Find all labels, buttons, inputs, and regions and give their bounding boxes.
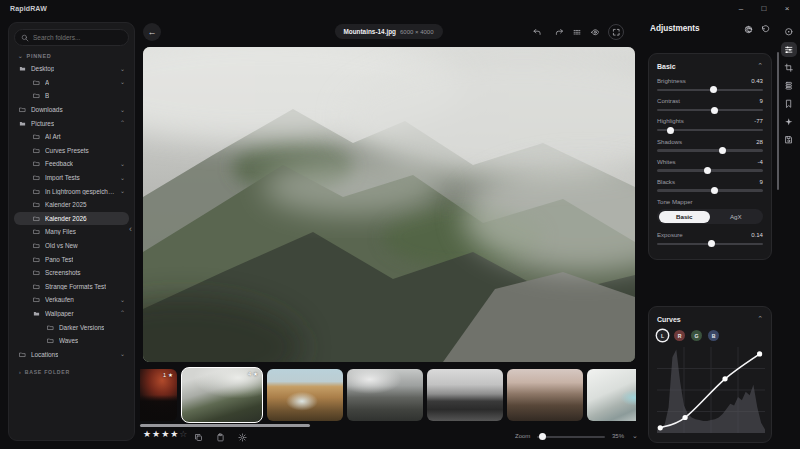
chevron-down-icon[interactable]: ⌄ — [120, 188, 125, 194]
filmstrip-scrollbar[interactable] — [140, 424, 310, 427]
sidebar-folder-pictures[interactable]: Pictures⌃ — [14, 116, 129, 130]
curve-editor[interactable] — [657, 347, 765, 433]
sidebar-folder-desktop[interactable]: Desktop⌄ — [14, 62, 129, 76]
star-4-icon[interactable]: ★ — [170, 430, 178, 439]
chevron-down-icon[interactable]: ⌄ — [120, 175, 125, 181]
sidebar-folder-darker-versions[interactable]: Darker Versions — [14, 320, 129, 334]
tone-mapper-option-agx[interactable]: AgX — [710, 211, 762, 223]
redo-icon[interactable] — [551, 24, 567, 40]
slider-track[interactable] — [657, 109, 763, 112]
sidebar-folder-kalender-2026[interactable]: Kalender 2026 — [14, 212, 129, 226]
sidebar-folder-strange-formats-test[interactable]: Strange Formats Test — [14, 280, 129, 294]
sidebar-folder-screenshots[interactable]: Screenshots — [14, 266, 129, 280]
presets-icon[interactable] — [781, 78, 797, 93]
chevron-up-icon[interactable]: ⌃ — [757, 315, 763, 323]
thumbnail-rugged-peaks[interactable] — [347, 369, 423, 421]
thumbnail-city-red-sky[interactable]: 1★ — [140, 369, 177, 421]
slider-knob[interactable] — [711, 107, 718, 114]
thumbnail-orange-valley[interactable] — [267, 369, 343, 421]
slider-track[interactable] — [657, 149, 763, 152]
crop-icon[interactable] — [781, 60, 797, 75]
zoom-slider-knob[interactable] — [539, 433, 546, 440]
base-folder-row[interactable]: › BASE FOLDER — [19, 369, 127, 375]
maximize-icon[interactable]: □ — [757, 2, 771, 15]
sidebar-folder-a[interactable]: A⌄ — [14, 76, 129, 90]
pinned-section-header[interactable]: ⌄ PINNED — [18, 53, 127, 59]
back-button[interactable]: ← — [143, 23, 161, 41]
slider-track[interactable] — [657, 243, 763, 246]
zoom-slider[interactable] — [537, 436, 605, 439]
copy-edits-icon[interactable] — [192, 431, 205, 444]
sidebar-folder-pano-test[interactable]: Pano Test — [14, 252, 129, 266]
sidebar-folder-feedback[interactable]: Feedback⌄ — [14, 157, 129, 171]
star-1-icon[interactable]: ★ — [143, 430, 151, 439]
sidebar-folder-many-files[interactable]: Many Files — [14, 225, 129, 239]
metadata-icon[interactable] — [781, 96, 797, 111]
sidebar-folder-curves-presets[interactable]: Curves Presets — [14, 144, 129, 158]
slider-track[interactable] — [657, 189, 763, 192]
chevron-up-icon[interactable]: ⌃ — [120, 310, 125, 316]
curve-channel-r[interactable]: R — [674, 330, 685, 341]
chevron-down-icon[interactable]: ⌄ — [120, 351, 125, 357]
slider-knob[interactable] — [711, 187, 718, 194]
sidebar-folder-verkaufen[interactable]: Verkaufen⌄ — [14, 293, 129, 307]
undo-icon[interactable] — [529, 24, 545, 40]
curve-channel-g[interactable]: G — [691, 330, 702, 341]
slider-knob[interactable] — [719, 147, 726, 154]
auto-adjustments-icon[interactable] — [742, 23, 755, 36]
fullscreen-icon[interactable] — [608, 24, 624, 40]
slider-knob[interactable] — [710, 86, 717, 93]
adjustments-icon[interactable] — [781, 42, 797, 57]
close-icon[interactable]: × — [780, 2, 794, 15]
settings-icon[interactable] — [236, 431, 249, 444]
sidebar-folder-locations[interactable]: Locations⌄ — [14, 347, 129, 361]
thumbnail-mountains-fog-selected[interactable]: 4★ — [181, 367, 263, 423]
slider-track[interactable] — [657, 169, 763, 172]
chevron-down-icon[interactable]: ⌄ — [632, 432, 638, 440]
sidebar-folder-waves[interactable]: Waves — [14, 334, 129, 348]
masks-icon[interactable] — [781, 24, 797, 39]
preview-original-icon[interactable] — [587, 24, 603, 40]
chevron-down-icon[interactable]: ⌄ — [120, 161, 125, 167]
thumbnail-paris-eiffel[interactable] — [507, 369, 583, 421]
sidebar-folder-in-lightroom-gespeicherte[interactable]: In Lightroom gespeicherte …⌄ — [14, 184, 129, 198]
sidebar-folder-import-tests[interactable]: Import Tests⌄ — [14, 171, 129, 185]
chevron-up-icon[interactable]: ⌃ — [120, 120, 125, 126]
thumbnail-glacier-snow[interactable] — [587, 369, 636, 421]
slider-knob[interactable] — [708, 240, 715, 247]
sidebar-folder-wallpaper[interactable]: Wallpaper⌃ — [14, 307, 129, 321]
star-2-icon[interactable]: ★ — [152, 430, 160, 439]
tone-mapper-option-basic[interactable]: Basic — [659, 211, 711, 223]
sidebar-folder-ai-art[interactable]: AI Art — [14, 130, 129, 144]
slider-track[interactable] — [657, 89, 763, 92]
chevron-down-icon[interactable]: ⌄ — [120, 66, 125, 72]
sidebar-folder-old-vs-new[interactable]: Old vs New — [14, 239, 129, 253]
chevron-down-icon[interactable]: ⌄ — [120, 297, 125, 303]
slider-track[interactable] — [657, 129, 763, 132]
search-folders-box[interactable] — [14, 29, 129, 46]
sidebar-folder-b[interactable]: B — [14, 89, 129, 103]
thumbnail-bw-skyline[interactable] — [427, 369, 503, 421]
slider-knob[interactable] — [704, 167, 711, 174]
panel-scrollbar[interactable] — [777, 52, 780, 190]
curve-channel-b[interactable]: B — [708, 330, 719, 341]
chevron-down-icon[interactable]: ⌄ — [120, 79, 125, 85]
main-image-canvas[interactable] — [143, 47, 635, 362]
chevron-down-icon[interactable]: ⌄ — [120, 107, 125, 113]
sidebar-collapse-handle[interactable]: ‹ — [129, 224, 132, 234]
chevron-up-icon[interactable]: ⌃ — [757, 62, 763, 70]
search-input[interactable] — [33, 34, 122, 41]
export-icon[interactable] — [781, 132, 797, 147]
star-5-icon[interactable]: ☆ — [179, 430, 187, 439]
sidebar-folder-kalender-2025[interactable]: Kalender 2025 — [14, 198, 129, 212]
minimize-icon[interactable]: – — [734, 2, 748, 15]
paste-edits-icon[interactable] — [214, 431, 227, 444]
curve-channel-l[interactable]: L — [657, 330, 668, 341]
grid-overlay-icon[interactable] — [569, 24, 585, 40]
slider-brightness: Brightness0.43 — [657, 77, 763, 91]
sidebar-folder-downloads[interactable]: Downloads⌄ — [14, 103, 129, 117]
slider-knob[interactable] — [667, 127, 674, 134]
star-3-icon[interactable]: ★ — [161, 430, 169, 439]
reset-adjustments-icon[interactable] — [759, 23, 772, 36]
ai-icon[interactable] — [781, 114, 797, 129]
